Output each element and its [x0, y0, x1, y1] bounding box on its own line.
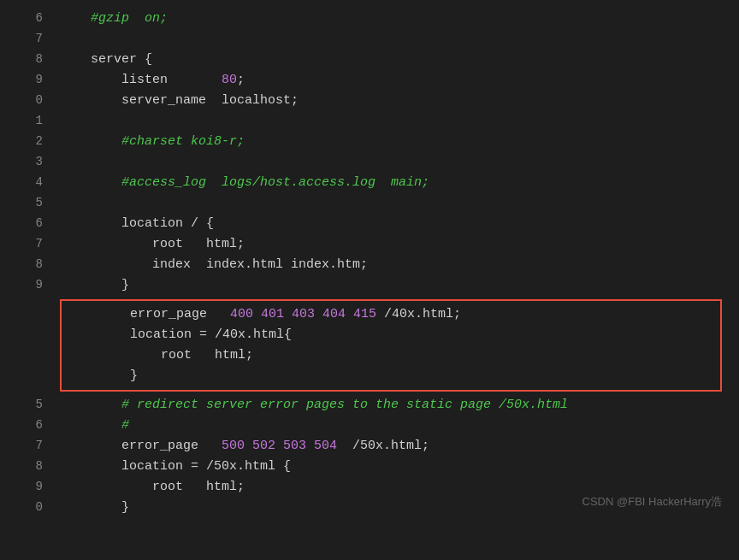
- code-line: 7 error_page 500 502 503 504 /50x.html;: [17, 436, 722, 457]
- line-number: 7: [17, 234, 43, 253]
- highlighted-lines: error_page 400 401 403 404 415 /40x.html…: [68, 304, 713, 386]
- highlighted-code-line: }: [68, 366, 713, 386]
- code-line: 7 root html;: [17, 234, 722, 255]
- line-number: 7: [17, 436, 43, 455]
- line-number: 6: [17, 9, 43, 27]
- code-line: 8 index index.html index.htm;: [17, 255, 722, 275]
- code-line: 9 listen 80;: [17, 70, 722, 91]
- code-line: 0 server_name localhost;: [17, 91, 722, 111]
- line-number: 3: [17, 152, 43, 171]
- code-line: 6 #: [17, 416, 722, 436]
- line-number: 9: [17, 70, 43, 89]
- line-number: 7: [17, 29, 43, 48]
- line-number: 4: [17, 173, 43, 192]
- highlighted-code-line: location = /40x.html{: [68, 325, 713, 345]
- highlighted-block: error_page 400 401 403 404 415 /40x.html…: [60, 299, 722, 392]
- highlighted-code-line: root html;: [68, 345, 713, 366]
- code-line: 6 location / {: [17, 214, 722, 234]
- line-number: 5: [17, 395, 43, 414]
- code-line: 5 # redirect server error pages to the s…: [17, 395, 722, 416]
- code-line: 7: [17, 29, 722, 50]
- code-line: 1: [17, 111, 722, 132]
- line-number: 8: [17, 457, 43, 475]
- code-line: 5: [17, 193, 722, 214]
- line-number: 9: [17, 477, 43, 496]
- code-lines-before: 6 #gzip on;7 8 server {9 listen 80;0 ser…: [17, 9, 722, 296]
- code-line: 3: [17, 152, 722, 173]
- code-line: 4 #access_log logs/host.access.log main;: [17, 173, 722, 193]
- line-number: 8: [17, 255, 43, 274]
- line-number: 9: [17, 275, 43, 294]
- code-line: 6 #gzip on;: [17, 9, 722, 29]
- line-number: 6: [17, 416, 43, 434]
- line-number: 0: [17, 91, 43, 109]
- line-number: 6: [17, 214, 43, 233]
- line-number: 0: [17, 498, 43, 516]
- line-number: 2: [17, 132, 43, 150]
- code-line: 2 #charset koi8-r;: [17, 132, 722, 152]
- highlighted-code-line: error_page 400 401 403 404 415 /40x.html…: [68, 304, 713, 325]
- code-container: 6 #gzip on;7 8 server {9 listen 80;0 ser…: [0, 0, 739, 527]
- line-number: 8: [17, 50, 43, 68]
- line-number: 5: [17, 193, 43, 212]
- code-line: 8 server {: [17, 50, 722, 70]
- code-line: 9 }: [17, 275, 722, 296]
- code-line: 8 location = /50x.html {: [17, 457, 722, 477]
- line-number: 1: [17, 111, 43, 130]
- watermark: CSDN @FBI HackerHarry浩: [582, 493, 722, 511]
